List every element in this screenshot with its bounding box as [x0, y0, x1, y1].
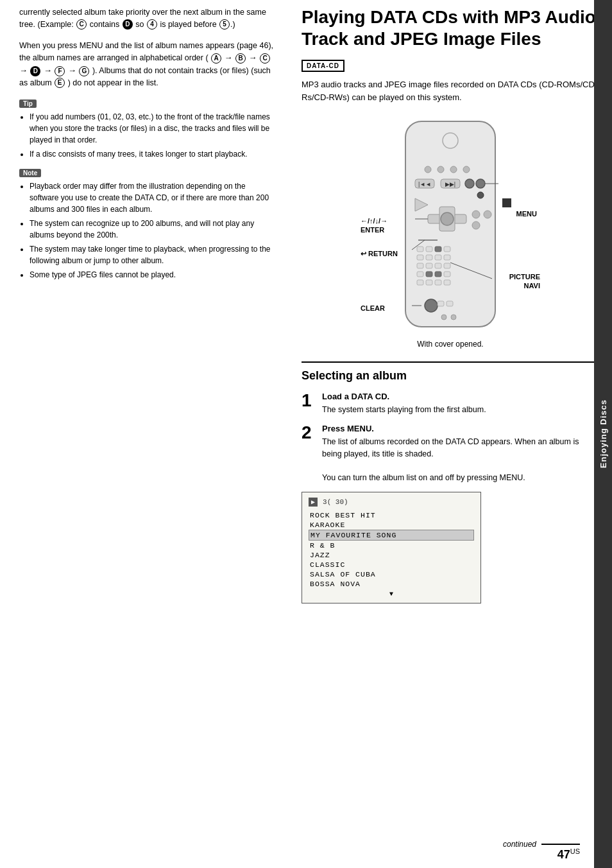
- svg-point-5: [463, 166, 470, 173]
- intro-paragraph-1: currently selected album take priority o…: [19, 6, 276, 31]
- num-5: 5: [219, 19, 230, 30]
- step-2: 2 Press MENU. The list of albums recorde…: [302, 424, 599, 484]
- svg-point-44: [441, 315, 446, 320]
- svg-rect-40: [444, 280, 450, 285]
- svg-point-19: [472, 221, 480, 229]
- album-row-4: R & B: [309, 541, 474, 550]
- svg-rect-28: [444, 255, 450, 260]
- step-1-content: Load a DATA CD. The system starts playin…: [322, 392, 599, 416]
- svg-point-41: [425, 299, 438, 312]
- section-heading: Selecting an album: [302, 369, 599, 383]
- step-1: 1 Load a DATA CD. The system starts play…: [302, 392, 599, 416]
- note-label: Note: [19, 169, 41, 177]
- album-header-icon: ▶: [309, 498, 318, 507]
- svg-point-11: [476, 179, 485, 188]
- svg-rect-25: [417, 255, 423, 260]
- left-column: currently selected album take priority o…: [0, 0, 289, 868]
- svg-rect-39: [435, 280, 441, 285]
- svg-point-16: [441, 213, 454, 225]
- tip-box: Tip If you add numbers (01, 02, 03, etc.…: [19, 98, 276, 160]
- svg-rect-32: [444, 263, 450, 268]
- svg-rect-21: [417, 247, 423, 252]
- continued-line: [541, 844, 580, 845]
- svg-rect-33: [417, 272, 423, 277]
- svg-rect-27: [435, 255, 441, 260]
- tip-label: Tip: [19, 100, 37, 108]
- album-list-display: ▶ 3( 30) ROCK BEST HIT KARAOKE MY FAVOUR…: [302, 492, 481, 603]
- svg-rect-30: [426, 263, 432, 268]
- data-cd-badge: DATA-CD: [302, 60, 344, 72]
- right-column: Playing DATA CDs with MP3 Audio Track an…: [289, 0, 612, 868]
- album-row-8: BOSSA NOVA: [309, 579, 474, 589]
- circle-f: F: [55, 66, 65, 76]
- side-tab-text: Enjoying Discs: [599, 399, 608, 468]
- circle-g: G: [79, 66, 89, 76]
- svg-point-12: [477, 192, 484, 198]
- svg-rect-22: [426, 247, 432, 252]
- circle-c: C: [76, 19, 87, 30]
- album-row-2: KARAOKE: [309, 520, 474, 530]
- svg-rect-31: [435, 263, 441, 268]
- page-suffix: US: [570, 847, 580, 855]
- svg-rect-24: [444, 247, 450, 252]
- filled-d: D: [123, 19, 133, 30]
- clear-label: CLEAR: [361, 304, 385, 312]
- album-list-header: ▶ 3( 30): [309, 498, 474, 507]
- step-1-number: 1: [302, 392, 316, 410]
- menu-label: MENU: [516, 210, 537, 218]
- cover-text: With cover opened.: [302, 340, 599, 349]
- continued-text: continued: [503, 840, 536, 849]
- tip-item-1: If you add numbers (01, 02, 03, etc.) to…: [30, 111, 276, 146]
- circle-c2: C: [260, 53, 270, 64]
- svg-rect-38: [426, 280, 432, 285]
- step-1-desc: The system starts playing from the first…: [322, 404, 599, 416]
- note-item-1: Playback order may differ from the illus…: [30, 180, 276, 215]
- album-row-1: ROCK BEST HIT: [309, 510, 474, 520]
- svg-point-2: [425, 166, 431, 173]
- side-tab: Enjoying Discs: [594, 0, 612, 868]
- svg-point-10: [465, 179, 474, 188]
- circle-b: B: [235, 53, 246, 64]
- svg-text:|◄◄: |◄◄: [418, 181, 431, 187]
- svg-rect-26: [426, 255, 432, 260]
- album-row-5: JAZZ: [309, 550, 474, 560]
- svg-rect-35: [435, 272, 441, 277]
- step-2-number: 2: [302, 424, 316, 442]
- note-content: Playback order may differ from the illus…: [19, 180, 276, 281]
- remote-container: ←/↑/↓/→ENTER ↩ RETURN CLEAR MENU PICTURE…: [302, 115, 599, 333]
- right-intro: MP3 audio tracks and JPEG image files re…: [302, 78, 599, 103]
- circle-a: A: [211, 53, 221, 64]
- svg-point-45: [451, 315, 456, 320]
- svg-text:▶▶|: ▶▶|: [445, 181, 455, 187]
- num-4: 4: [147, 19, 157, 30]
- svg-rect-43: [446, 301, 453, 306]
- svg-rect-42: [438, 301, 444, 306]
- album-row-7: SALSA OF CUBA: [309, 569, 474, 579]
- tip-item-2: If a disc consists of many trees, it tak…: [30, 148, 276, 160]
- note-box: Note Playback order may differ from the …: [19, 168, 276, 281]
- step-2-content: Press MENU. The list of albums recorded …: [322, 424, 599, 484]
- page-number: 47US: [557, 847, 580, 862]
- step-2-desc: The list of albums recorded on the DATA …: [322, 436, 599, 484]
- svg-rect-37: [417, 280, 423, 285]
- picture-navi-label: PICTURENAVI: [509, 272, 540, 291]
- svg-point-18: [484, 211, 491, 218]
- album-list-arrow: ▼: [309, 591, 474, 598]
- album-row-3-selected: MY FAVOURITE SONG: [309, 530, 474, 541]
- note-item-4: Some type of JPEG files cannot be played…: [30, 269, 276, 281]
- svg-rect-29: [417, 263, 423, 268]
- section-divider: [302, 361, 599, 363]
- svg-rect-34: [426, 272, 432, 277]
- step-2-title: Press MENU.: [322, 424, 599, 433]
- page-title: Playing DATA CDs with MP3 Audio Track an…: [302, 6, 599, 49]
- svg-point-3: [438, 166, 444, 173]
- remote-svg-area: ←/↑/↓/→ENTER ↩ RETURN CLEAR MENU PICTURE…: [354, 115, 547, 333]
- step-1-title: Load a DATA CD.: [322, 392, 599, 401]
- svg-rect-36: [444, 272, 450, 277]
- circle-e: E: [55, 78, 65, 88]
- svg-rect-23: [435, 247, 441, 252]
- album-row-6: CLASSIC: [309, 560, 474, 569]
- intro-paragraph-2: When you press MENU and the list of albu…: [19, 40, 276, 89]
- page-container: currently selected album take priority o…: [0, 0, 612, 868]
- svg-point-17: [472, 211, 480, 218]
